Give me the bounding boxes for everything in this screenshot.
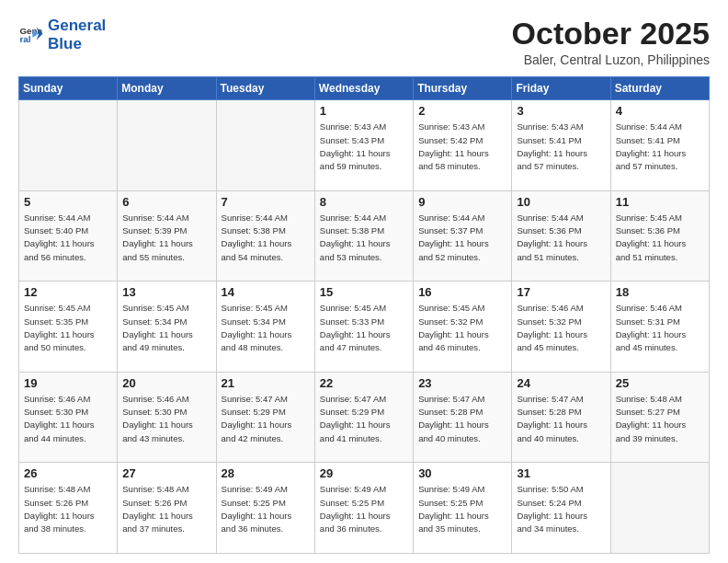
calendar-cell: 16Sunrise: 5:45 AMSunset: 5:32 PMDayligh… <box>414 282 512 373</box>
day-info: Sunrise: 5:45 AMSunset: 5:36 PMDaylight:… <box>616 212 704 264</box>
week-row-2: 5Sunrise: 5:44 AMSunset: 5:40 PMDaylight… <box>19 190 710 282</box>
weekday-header-friday: Friday <box>512 77 610 100</box>
calendar-cell: 25Sunrise: 5:48 AMSunset: 5:27 PMDayligh… <box>610 372 709 463</box>
week-row-1: 1Sunrise: 5:43 AMSunset: 5:43 PMDaylight… <box>19 100 710 191</box>
day-info: Sunrise: 5:44 AMSunset: 5:36 PMDaylight:… <box>517 212 605 264</box>
calendar-cell: 14Sunrise: 5:45 AMSunset: 5:34 PMDayligh… <box>216 282 314 373</box>
day-info: Sunrise: 5:48 AMSunset: 5:27 PMDaylight:… <box>616 393 704 445</box>
day-number: 2 <box>418 104 506 118</box>
day-number: 27 <box>122 466 210 480</box>
day-number: 28 <box>222 466 310 480</box>
day-number: 24 <box>517 376 605 390</box>
calendar-cell: 15Sunrise: 5:45 AMSunset: 5:33 PMDayligh… <box>314 282 413 373</box>
calendar-cell: 6Sunrise: 5:44 AMSunset: 5:39 PMDaylight… <box>118 190 216 282</box>
day-info: Sunrise: 5:45 AMSunset: 5:34 PMDaylight:… <box>122 302 210 354</box>
calendar-cell: 3Sunrise: 5:43 AMSunset: 5:41 PMDaylight… <box>512 100 610 191</box>
day-info: Sunrise: 5:43 AMSunset: 5:42 PMDaylight:… <box>418 121 506 173</box>
day-number: 13 <box>122 285 210 299</box>
day-number: 23 <box>418 376 506 390</box>
location: Baler, Central Luzon, Philippines <box>512 52 710 67</box>
calendar-cell: 22Sunrise: 5:47 AMSunset: 5:29 PMDayligh… <box>314 372 413 463</box>
page: Gene ral General Blue October 2025 Baler… <box>0 0 728 563</box>
calendar-cell: 24Sunrise: 5:47 AMSunset: 5:28 PMDayligh… <box>512 372 610 463</box>
day-info: Sunrise: 5:46 AMSunset: 5:30 PMDaylight:… <box>24 393 112 445</box>
day-number: 9 <box>418 195 506 209</box>
day-info: Sunrise: 5:45 AMSunset: 5:34 PMDaylight:… <box>222 302 310 354</box>
calendar-cell: 23Sunrise: 5:47 AMSunset: 5:28 PMDayligh… <box>414 372 512 463</box>
week-row-5: 26Sunrise: 5:48 AMSunset: 5:26 PMDayligh… <box>19 463 710 554</box>
calendar-cell: 20Sunrise: 5:46 AMSunset: 5:30 PMDayligh… <box>118 372 216 463</box>
day-info: Sunrise: 5:44 AMSunset: 5:38 PMDaylight:… <box>222 212 310 264</box>
day-number: 6 <box>122 195 210 209</box>
day-number: 3 <box>517 104 605 118</box>
svg-text:ral: ral <box>19 35 30 45</box>
day-number: 18 <box>616 285 704 299</box>
day-number: 15 <box>320 285 408 299</box>
day-number: 4 <box>616 104 704 118</box>
calendar-cell: 11Sunrise: 5:45 AMSunset: 5:36 PMDayligh… <box>610 190 709 282</box>
day-info: Sunrise: 5:47 AMSunset: 5:28 PMDaylight:… <box>517 393 605 445</box>
calendar-cell: 8Sunrise: 5:44 AMSunset: 5:38 PMDaylight… <box>314 190 413 282</box>
calendar-cell: 26Sunrise: 5:48 AMSunset: 5:26 PMDayligh… <box>19 463 118 554</box>
day-number: 26 <box>24 466 112 480</box>
calendar-cell <box>610 463 709 554</box>
calendar-cell <box>19 100 118 191</box>
calendar-cell <box>216 100 314 191</box>
calendar-cell: 12Sunrise: 5:45 AMSunset: 5:35 PMDayligh… <box>19 282 118 373</box>
calendar-cell: 28Sunrise: 5:49 AMSunset: 5:25 PMDayligh… <box>216 463 314 554</box>
calendar-cell: 10Sunrise: 5:44 AMSunset: 5:36 PMDayligh… <box>512 190 610 282</box>
calendar-cell: 18Sunrise: 5:46 AMSunset: 5:31 PMDayligh… <box>610 282 709 373</box>
day-info: Sunrise: 5:45 AMSunset: 5:33 PMDaylight:… <box>320 302 408 354</box>
calendar-cell: 27Sunrise: 5:48 AMSunset: 5:26 PMDayligh… <box>118 463 216 554</box>
header: Gene ral General Blue October 2025 Baler… <box>18 17 710 67</box>
day-info: Sunrise: 5:44 AMSunset: 5:38 PMDaylight:… <box>320 212 408 264</box>
day-number: 7 <box>222 195 310 209</box>
day-info: Sunrise: 5:48 AMSunset: 5:26 PMDaylight:… <box>122 483 210 535</box>
calendar-table: SundayMondayTuesdayWednesdayThursdayFrid… <box>18 76 710 554</box>
day-info: Sunrise: 5:46 AMSunset: 5:30 PMDaylight:… <box>122 393 210 445</box>
calendar-cell: 31Sunrise: 5:50 AMSunset: 5:24 PMDayligh… <box>512 463 610 554</box>
day-number: 8 <box>320 195 408 209</box>
calendar-cell: 7Sunrise: 5:44 AMSunset: 5:38 PMDaylight… <box>216 190 314 282</box>
day-info: Sunrise: 5:50 AMSunset: 5:24 PMDaylight:… <box>517 483 605 535</box>
day-info: Sunrise: 5:47 AMSunset: 5:28 PMDaylight:… <box>418 393 506 445</box>
day-info: Sunrise: 5:45 AMSunset: 5:32 PMDaylight:… <box>418 302 506 354</box>
day-info: Sunrise: 5:49 AMSunset: 5:25 PMDaylight:… <box>320 483 408 535</box>
calendar-cell: 17Sunrise: 5:46 AMSunset: 5:32 PMDayligh… <box>512 282 610 373</box>
day-info: Sunrise: 5:44 AMSunset: 5:41 PMDaylight:… <box>616 121 704 173</box>
day-number: 1 <box>320 104 408 118</box>
day-info: Sunrise: 5:49 AMSunset: 5:25 PMDaylight:… <box>418 483 506 535</box>
day-info: Sunrise: 5:44 AMSunset: 5:39 PMDaylight:… <box>122 212 210 264</box>
logo-line1: General <box>48 17 106 34</box>
day-number: 10 <box>517 195 605 209</box>
day-info: Sunrise: 5:43 AMSunset: 5:43 PMDaylight:… <box>320 121 408 173</box>
day-number: 29 <box>320 466 408 480</box>
day-info: Sunrise: 5:46 AMSunset: 5:31 PMDaylight:… <box>616 302 704 354</box>
day-number: 20 <box>122 376 210 390</box>
day-info: Sunrise: 5:47 AMSunset: 5:29 PMDaylight:… <box>320 393 408 445</box>
day-number: 31 <box>517 466 605 480</box>
weekday-header-saturday: Saturday <box>610 77 709 100</box>
calendar-cell: 2Sunrise: 5:43 AMSunset: 5:42 PMDaylight… <box>414 100 512 191</box>
day-number: 30 <box>418 466 506 480</box>
month-title: October 2025 <box>512 17 710 51</box>
day-info: Sunrise: 5:44 AMSunset: 5:40 PMDaylight:… <box>24 212 112 264</box>
calendar-cell: 9Sunrise: 5:44 AMSunset: 5:37 PMDaylight… <box>414 190 512 282</box>
day-number: 22 <box>320 376 408 390</box>
calendar-cell: 21Sunrise: 5:47 AMSunset: 5:29 PMDayligh… <box>216 372 314 463</box>
day-info: Sunrise: 5:49 AMSunset: 5:25 PMDaylight:… <box>222 483 310 535</box>
logo-line2: Blue <box>48 35 82 52</box>
logo-text: General Blue <box>48 17 106 54</box>
calendar-cell: 29Sunrise: 5:49 AMSunset: 5:25 PMDayligh… <box>314 463 413 554</box>
calendar-cell: 5Sunrise: 5:44 AMSunset: 5:40 PMDaylight… <box>19 190 118 282</box>
day-info: Sunrise: 5:48 AMSunset: 5:26 PMDaylight:… <box>24 483 112 535</box>
title-block: October 2025 Baler, Central Luzon, Phili… <box>512 17 710 67</box>
week-row-4: 19Sunrise: 5:46 AMSunset: 5:30 PMDayligh… <box>19 372 710 463</box>
day-info: Sunrise: 5:43 AMSunset: 5:41 PMDaylight:… <box>517 121 605 173</box>
weekday-header-monday: Monday <box>118 77 216 100</box>
weekday-header-row: SundayMondayTuesdayWednesdayThursdayFrid… <box>19 77 710 100</box>
day-info: Sunrise: 5:47 AMSunset: 5:29 PMDaylight:… <box>222 393 310 445</box>
day-info: Sunrise: 5:44 AMSunset: 5:37 PMDaylight:… <box>418 212 506 264</box>
calendar-cell: 19Sunrise: 5:46 AMSunset: 5:30 PMDayligh… <box>19 372 118 463</box>
weekday-header-sunday: Sunday <box>19 77 118 100</box>
